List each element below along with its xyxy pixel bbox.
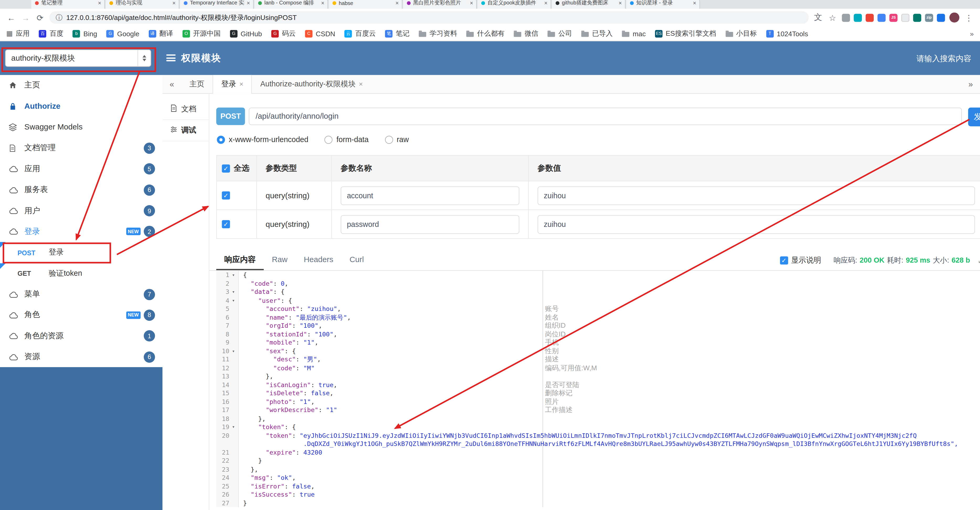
tab-close-icon[interactable]: × — [247, 0, 250, 6]
response-code-editor[interactable]: 1▾{2 "code": 0,3▾ "data": {4▾ "user": {5… — [216, 271, 980, 507]
bookmark[interactable]: 公司 — [548, 29, 572, 38]
browser-tab[interactable]: lanb - Compose 编排× — [254, 0, 328, 9]
tab-close-icon[interactable]: × — [470, 0, 473, 6]
browser-menu-icon[interactable]: ⋮ — [964, 13, 974, 22]
browser-tab[interactable]: 自定义pook皮肤插件× — [477, 0, 551, 9]
bookmark[interactable]: 已导入 — [582, 29, 613, 38]
browser-tab[interactable]: 理论与实现× — [105, 0, 179, 9]
module-select[interactable]: authority-权限模块 — [5, 49, 151, 67]
tab-close-icon[interactable]: × — [98, 0, 101, 6]
show-description-checkbox[interactable]: ✓ 显示说明 — [780, 255, 821, 265]
extension-icon[interactable] — [877, 13, 886, 22]
browser-tab[interactable]: 黑白照片变彩色照片× — [403, 0, 477, 9]
tab-close-icon[interactable]: × — [172, 0, 176, 6]
select-all-checkbox[interactable]: ✓ — [222, 164, 230, 172]
bookmark[interactable]: GGitHub — [230, 30, 262, 37]
bookmarks-overflow-icon[interactable]: » — [970, 30, 974, 37]
tab-close-icon[interactable]: × — [239, 80, 243, 88]
reload-icon[interactable]: ⟳ — [35, 13, 45, 22]
sidebar-item[interactable]: 应用5 — [0, 159, 162, 180]
tab-document[interactable]: 文档 — [162, 99, 208, 120]
sidebar-item[interactable]: Swagger Models — [0, 117, 162, 138]
bookmark[interactable]: bBing — [73, 30, 97, 37]
bookmark[interactable]: 笔笔记 — [385, 29, 410, 38]
tab-close-icon[interactable]: × — [693, 0, 696, 6]
response-tab[interactable]: 响应内容 — [216, 250, 264, 270]
tab-scroll-right-icon[interactable]: » — [961, 75, 980, 94]
tab-scroll-left-icon[interactable]: « — [162, 79, 181, 89]
sidebar-item[interactable]: 资源6 — [0, 346, 162, 367]
param-name-input[interactable]: password — [340, 215, 519, 233]
response-tab[interactable]: Headers — [296, 250, 341, 270]
url-input[interactable]: ⓘ 127.0.0.1:8760/api/gate/doc.html#/auth… — [49, 11, 809, 24]
extension-icon[interactable] — [865, 13, 874, 22]
sidebar-item[interactable]: 角色NEW8 — [0, 304, 162, 326]
response-tab[interactable]: Curl — [342, 250, 372, 270]
sidebar-endpoint-post[interactable]: POST登录 — [0, 242, 162, 263]
param-value-input[interactable]: zuihou — [538, 215, 975, 233]
param-name-input[interactable]: account — [340, 186, 519, 205]
row-checkbox[interactable]: ✓ — [222, 191, 230, 199]
bookmark[interactable]: 云百度云 — [345, 29, 376, 38]
bookmark[interactable]: 微信 — [514, 29, 538, 38]
header-search-input[interactable]: 请输入搜索内容 — [916, 54, 971, 64]
extension-icon[interactable] — [842, 13, 850, 22]
doc-tab[interactable]: 主页 — [181, 75, 213, 94]
content-type-radio[interactable]: x-www-form-urlencoded — [217, 135, 309, 143]
bookmark[interactable]: CCSDN — [305, 30, 336, 37]
response-tab[interactable]: Raw — [264, 250, 296, 270]
extension-icon[interactable] — [913, 13, 921, 22]
sidebar-item[interactable]: 主页 — [0, 75, 162, 96]
bookmark[interactable]: 学习资料 — [419, 29, 457, 38]
param-value-input[interactable]: zuihou — [538, 186, 975, 205]
send-button[interactable]: 发送 — [968, 108, 980, 126]
sidebar-item[interactable]: 菜单7 — [0, 284, 162, 305]
content-type-radio[interactable]: form-data — [325, 135, 369, 143]
extension-icon[interactable] — [901, 13, 909, 22]
bookmark[interactable]: ESES搜索引擎文档 — [655, 29, 716, 38]
forward-icon[interactable]: → — [21, 13, 31, 22]
sidebar-item[interactable]: 服务表6 — [0, 179, 162, 200]
bookmark-star-icon[interactable]: ☆ — [827, 13, 837, 22]
extension-icon[interactable] — [854, 13, 862, 22]
bookmark[interactable]: 小目标 — [725, 29, 757, 38]
browser-tab[interactable]: habse× — [329, 0, 402, 9]
site-info-icon[interactable]: ⓘ — [56, 13, 62, 22]
bookmark[interactable]: mac — [622, 30, 646, 37]
tab-debug[interactable]: 调试 — [162, 120, 208, 141]
content-type-radio[interactable]: raw — [385, 135, 409, 143]
extension-icon[interactable]: JS — [889, 13, 897, 22]
bookmark[interactable]: ▦应用 — [6, 29, 30, 38]
tab-close-icon[interactable]: × — [321, 0, 325, 6]
tab-close-icon[interactable]: × — [619, 0, 622, 6]
bookmark[interactable]: T1024Tools — [766, 30, 808, 37]
profile-avatar[interactable] — [949, 13, 959, 22]
doc-tab[interactable]: 登录× — [213, 75, 252, 94]
sidebar-endpoint-get[interactable]: GET验证token — [0, 263, 162, 284]
back-icon[interactable]: ← — [6, 13, 16, 22]
bookmark[interactable]: O开源中国 — [182, 29, 220, 38]
sidebar-item[interactable]: 角色的资源1 — [0, 326, 162, 347]
tab-close-icon[interactable]: × — [359, 80, 363, 88]
row-checkbox[interactable]: ✓ — [222, 220, 230, 228]
bookmark[interactable]: G码云 — [271, 29, 296, 38]
sidebar-item[interactable]: 用户9 — [0, 200, 162, 222]
tab-close-icon[interactable]: × — [396, 0, 399, 6]
bookmark[interactable]: 百百度 — [39, 29, 64, 38]
doc-tab[interactable]: Authorize-authority-权限模块× — [252, 75, 371, 94]
sidebar-item[interactable]: Authorize — [0, 96, 162, 117]
sidebar-item[interactable]: 登录NEW2 — [0, 221, 162, 242]
request-path-input[interactable]: /api/authority/anno/login — [249, 108, 962, 125]
bookmark[interactable]: GGoogle — [107, 30, 139, 37]
bookmark[interactable]: 什么都有 — [466, 29, 504, 38]
tab-close-icon[interactable]: × — [544, 0, 548, 6]
extension-icon[interactable]: zip — [925, 13, 933, 22]
menu-toggle-icon[interactable] — [166, 54, 176, 61]
browser-tab[interactable]: Temporary Interface 实现× — [180, 0, 254, 9]
browser-tab[interactable]: 知识星球 - 登录× — [626, 0, 700, 9]
browser-tab[interactable]: 笔记整理× — [31, 0, 105, 9]
bookmark[interactable]: 译翻译 — [149, 29, 173, 38]
browser-tab[interactable]: github搭建免费图床× — [552, 0, 626, 9]
extension-icon[interactable] — [937, 13, 945, 22]
sidebar-item[interactable]: 文档管理3 — [0, 138, 162, 159]
